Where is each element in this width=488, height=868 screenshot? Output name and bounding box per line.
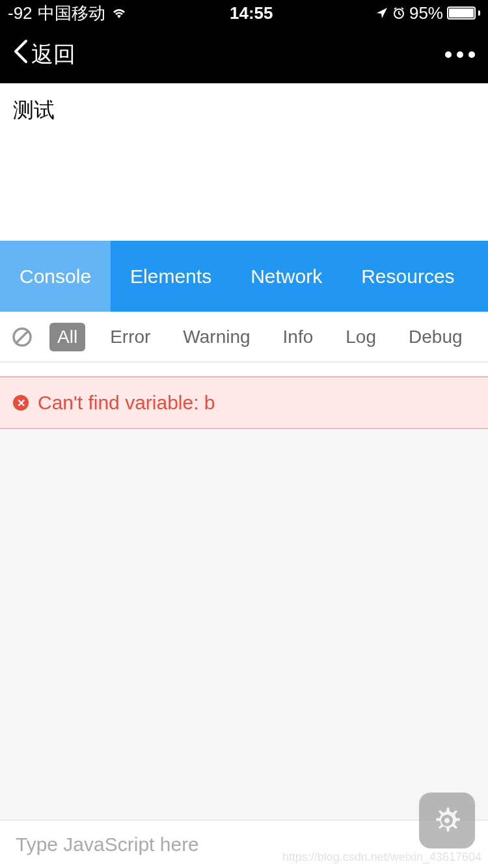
watermark: https://blog.csdn.net/weixin_43617604 [282, 850, 481, 864]
filter-log[interactable]: Log [338, 323, 384, 351]
back-label: 返回 [31, 40, 75, 70]
devtools-tabs: Console Elements Network Resources Sourc… [0, 241, 488, 312]
console-spacer [0, 362, 488, 377]
tab-resources[interactable]: Resources [342, 241, 474, 312]
battery-icon [447, 7, 480, 20]
back-button[interactable]: 返回 [13, 38, 75, 71]
more-button[interactable] [445, 51, 475, 58]
chevron-left-icon [13, 38, 29, 71]
filter-debug[interactable]: Debug [401, 323, 470, 351]
svg-line-2 [16, 331, 28, 343]
status-time: 14:55 [230, 3, 273, 23]
dot-icon [445, 51, 452, 58]
carrier-name: 中国移动 [38, 2, 105, 25]
page-title: 测试 [13, 96, 475, 125]
battery-percent: 95% [409, 3, 443, 23]
status-right: 95% [375, 3, 480, 23]
filter-info[interactable]: Info [275, 323, 321, 351]
status-left: -92 中国移动 [8, 2, 128, 25]
wifi-icon [111, 7, 128, 20]
nav-bar: 返回 [0, 26, 488, 83]
page-content: 测试 [0, 83, 488, 241]
dot-icon [457, 51, 463, 58]
filter-error[interactable]: Error [102, 323, 158, 351]
tab-console[interactable]: Console [0, 241, 111, 312]
tab-network[interactable]: Network [231, 241, 342, 312]
error-icon: ✕ [13, 395, 29, 411]
filter-warning[interactable]: Warning [175, 323, 258, 351]
signal-strength: -92 [8, 3, 33, 23]
filter-all[interactable]: All [49, 323, 85, 351]
console-error-row[interactable]: ✕ Can't find variable: b [0, 377, 488, 429]
location-icon [375, 7, 388, 20]
settings-floating-button[interactable] [419, 793, 475, 848]
tab-elements[interactable]: Elements [111, 241, 231, 312]
status-bar: -92 中国移动 14:55 95% [0, 0, 488, 26]
error-message: Can't find variable: b [38, 392, 215, 414]
alarm-icon [392, 7, 405, 20]
gear-icon [431, 805, 463, 836]
clear-button[interactable] [12, 327, 33, 347]
console-output[interactable]: ✕ Can't find variable: b [0, 362, 488, 820]
console-toolbar: All Error Warning Info Log Debug [0, 312, 488, 362]
tab-sources[interactable]: Sources [474, 241, 488, 312]
dot-icon [468, 51, 475, 58]
